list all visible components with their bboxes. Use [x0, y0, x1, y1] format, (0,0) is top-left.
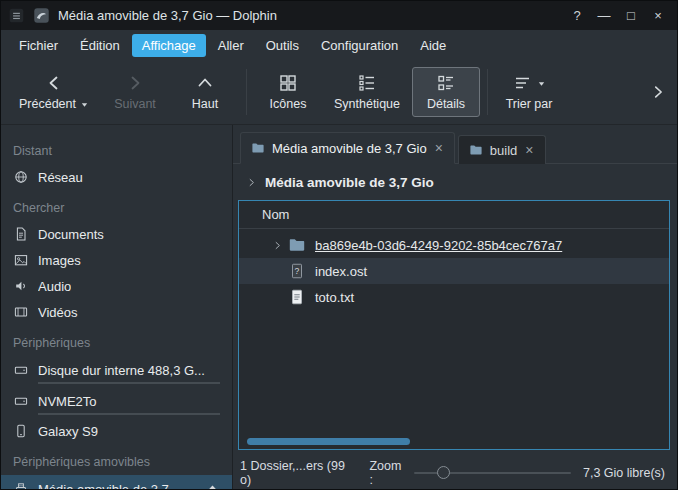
file-list: ba869e4b-03d6-4249-9202-85b4cec767a7 ind… [239, 229, 669, 449]
expander-spacer [269, 289, 286, 306]
folder-icon [469, 143, 483, 157]
section-header-distant: Distant [1, 137, 232, 164]
back-button[interactable]: Précédent [9, 67, 99, 117]
file-name: index.ost [315, 264, 367, 279]
close-button[interactable]: × [646, 5, 670, 26]
caret-down-icon [80, 100, 89, 109]
expand-arrow-icon[interactable] [269, 237, 286, 254]
sidebar-item-nvme2to[interactable]: NVME2To [1, 387, 232, 418]
menu-fichier[interactable]: Fichier [9, 34, 68, 57]
toolbar-overflow-button[interactable] [647, 83, 669, 101]
folder-icon [288, 236, 306, 254]
titlebar: Média amovible de 3,7 Gio — Dolphin ? — … [1, 1, 677, 30]
folder-icon [251, 141, 265, 155]
menu-outils[interactable]: Outils [256, 34, 309, 57]
sort-by-button[interactable]: Trier par [495, 67, 563, 117]
sidebar-item-reseau[interactable]: Réseau [1, 164, 232, 190]
hard-drive-icon [13, 362, 29, 378]
breadcrumb: Média amovible de 3,7 Gio [233, 164, 677, 200]
eject-button[interactable] [205, 482, 220, 490]
section-header-peripheriques-amovibles: Périphériques amovibles [1, 448, 232, 475]
menu-edition[interactable]: Édition [70, 34, 130, 57]
tab-close-button[interactable]: × [524, 143, 534, 157]
menu-affichage[interactable]: Affichage [132, 34, 206, 57]
window-title: Média amovible de 3,7 Gio — Dolphin [58, 8, 277, 23]
images-icon [13, 252, 29, 268]
sort-icon [513, 73, 533, 93]
maximize-button[interactable]: □ [619, 5, 643, 26]
menu-aide[interactable]: Aide [410, 34, 456, 57]
menu-aller[interactable]: Aller [208, 34, 254, 57]
file-name: toto.txt [315, 290, 354, 305]
up-button[interactable]: Haut [171, 67, 239, 117]
main-area: Média amovible de 3,7 Gio × build × Médi… [233, 125, 677, 489]
forward-label: Suivant [114, 97, 156, 111]
sidebar-item-label: Réseau [38, 170, 83, 185]
sidebar-item-galaxy-s9[interactable]: Galaxy S9 [1, 418, 232, 444]
sidebar-item-documents[interactable]: Documents [1, 221, 232, 247]
sidebar-item-label: Audio [38, 279, 71, 294]
file-row-toto-txt[interactable]: toto.txt [239, 284, 669, 310]
sidebar-item-label: NVME2To [38, 394, 97, 409]
phone-icon [13, 423, 29, 439]
file-unknown-icon [288, 262, 306, 280]
sidebar-item-label: Média amovible de 3,7 ... [38, 482, 183, 490]
help-button[interactable]: ? [565, 5, 589, 26]
sort-by-label: Trier par [506, 97, 553, 111]
view-icons-button[interactable]: Icônes [254, 67, 322, 117]
places-panel: Distant Réseau Chercher Documents Images [1, 125, 233, 489]
menu-configuration[interactable]: Configuration [311, 34, 408, 57]
tab-label: Média amovible de 3,7 Gio [272, 141, 427, 156]
chevron-left-icon [44, 73, 64, 93]
sidebar-item-label: Documents [38, 227, 104, 242]
back-label: Précédent [19, 97, 76, 111]
tab-build[interactable]: build × [458, 135, 546, 164]
capacity-bar [38, 382, 220, 384]
file-row-folder[interactable]: ba869e4b-03d6-4249-9202-85b4cec767a7 [239, 232, 669, 258]
tab-media-amovible[interactable]: Média amovible de 3,7 Gio × [240, 132, 455, 164]
column-header-nom[interactable]: Nom [262, 207, 289, 222]
chevron-right-icon[interactable] [246, 177, 257, 188]
view-details-label: Détails [427, 97, 465, 111]
horizontal-scrollbar[interactable] [245, 438, 663, 445]
tab-bar: Média amovible de 3,7 Gio × build × [233, 133, 677, 164]
icons-view-icon [278, 73, 298, 93]
network-icon [13, 169, 29, 185]
sidebar-item-images[interactable]: Images [1, 247, 232, 273]
status-bar: 1 Dossier,...ers (99 o) Zoom : 7,3 Gio l… [233, 456, 677, 489]
caret-down-icon [537, 79, 546, 88]
sidebar-item-audio[interactable]: Audio [1, 273, 232, 299]
minimize-button[interactable]: — [592, 5, 616, 26]
sidebar-item-label: Galaxy S9 [38, 424, 98, 439]
sidebar-item-videos[interactable]: Vidéos [1, 299, 232, 325]
eject-icon [205, 482, 220, 490]
chevron-right-icon [125, 73, 145, 93]
toolbar-separator [246, 69, 247, 115]
sidebar-item-media-amovible[interactable]: Média amovible de 3,7 ... [1, 475, 232, 489]
videos-icon [13, 304, 29, 320]
column-header-row: Nom [239, 201, 669, 229]
file-view: Nom ba869e4b-03d6-4249-9202-85b4cec767a7… [238, 200, 670, 450]
chevron-right-icon [649, 83, 667, 101]
capacity-bar [38, 413, 220, 415]
window-menu-icon[interactable] [8, 7, 25, 24]
forward-button[interactable]: Suivant [101, 67, 169, 117]
details-view-icon [436, 73, 456, 93]
zoom-slider-handle[interactable] [437, 466, 450, 479]
zoom-label: Zoom : [369, 459, 406, 487]
view-details-button[interactable]: Détails [412, 67, 480, 117]
view-compact-button[interactable]: Synthétique [324, 67, 410, 117]
file-row-index-ost[interactable]: index.ost [239, 258, 669, 284]
toolbar-separator [487, 69, 488, 115]
scrollbar-thumb[interactable] [247, 438, 410, 445]
section-header-peripheriques: Périphériques [1, 329, 232, 356]
dolphin-window: Média amovible de 3,7 Gio — Dolphin ? — … [0, 0, 678, 490]
file-name: ba869e4b-03d6-4249-9202-85b4cec767a7 [315, 238, 562, 253]
tab-close-button[interactable]: × [434, 141, 444, 155]
section-header-chercher: Chercher [1, 194, 232, 221]
sidebar-item-label: Images [38, 253, 81, 268]
dolphin-app-icon[interactable] [33, 7, 50, 24]
breadcrumb-root[interactable]: Média amovible de 3,7 Gio [265, 175, 434, 190]
sidebar-item-disque-dur-interne[interactable]: Disque dur interne 488,3 G... [1, 356, 232, 387]
zoom-slider[interactable] [414, 464, 571, 482]
